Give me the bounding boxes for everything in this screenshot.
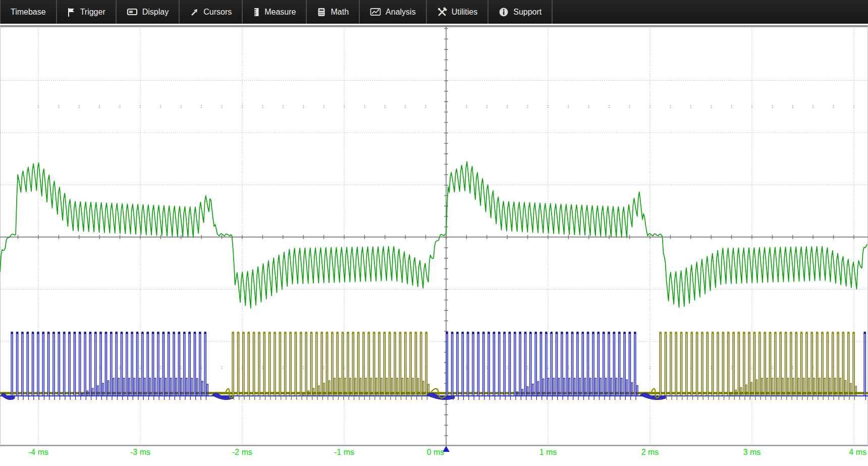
blue-pulse-train-fill — [12, 334, 865, 395]
menu-item-utilities[interactable]: Utilities — [427, 0, 488, 24]
time-axis-label: -3 ms — [130, 448, 150, 457]
menu-item-label: Support — [513, 8, 541, 17]
time-axis-label: 4 ms — [849, 448, 866, 457]
info-icon — [499, 7, 509, 17]
ruler-icon — [253, 7, 260, 17]
menu-item-label: Math — [331, 8, 349, 17]
grid-border-bottom — [0, 445, 868, 446]
chart-icon — [370, 7, 381, 17]
olive-pulse-train-caps — [232, 332, 855, 334]
menu-item-trigger[interactable]: Trigger — [57, 0, 116, 24]
time-axis-label: 1 ms — [539, 448, 557, 457]
time-axis-label: -2 ms — [232, 448, 252, 457]
menu-item-analysis[interactable]: Analysis — [360, 0, 426, 24]
calculator-icon — [317, 7, 326, 17]
time-axis-label: -4 ms — [28, 448, 48, 457]
waveform-canvas — [0, 26, 868, 466]
green-waveform-trace — [0, 161, 867, 308]
menu-item-label: Trigger — [80, 8, 105, 17]
menu-item-timebase[interactable]: Timebase — [1, 0, 56, 24]
menu-separator — [552, 0, 553, 24]
olive-pulse-train-fill — [233, 334, 854, 395]
time-axis-label: -1 ms — [334, 448, 354, 457]
menu-item-label: Measure — [264, 8, 296, 17]
grid-border-top — [0, 26, 868, 27]
menu-bar: TimebaseTriggerDisplayCursorsMeasureMath… — [0, 0, 868, 24]
menu-item-display[interactable]: Display — [117, 0, 179, 24]
menu-item-label: Utilities — [452, 8, 478, 17]
menu-item-label: Cursors — [203, 8, 232, 17]
arrow-icon — [190, 8, 199, 17]
time-axis-label: 3 ms — [743, 448, 761, 457]
menu-item-cursors[interactable]: Cursors — [180, 0, 242, 24]
menu-item-measure[interactable]: Measure — [243, 0, 306, 24]
time-axis-label: 0 ms — [427, 448, 445, 457]
menu-item-label: Timebase — [11, 8, 46, 17]
menu-item-label: Analysis — [386, 8, 416, 17]
grid-border-left — [0, 26, 1, 445]
menu-item-math[interactable]: Math — [307, 0, 359, 24]
flag-icon — [67, 7, 76, 17]
menu-item-label: Display — [142, 8, 169, 17]
time-axis-label: 2 ms — [641, 448, 659, 457]
tools-icon — [437, 7, 447, 17]
olive-pulse-train-edges — [232, 333, 856, 400]
scope-display: -4 ms-3 ms-2 ms-1 ms0 ms1 ms2 ms3 ms4 ms — [0, 26, 868, 466]
monitor-icon — [127, 7, 138, 17]
menu-item-support[interactable]: Support — [489, 0, 552, 24]
